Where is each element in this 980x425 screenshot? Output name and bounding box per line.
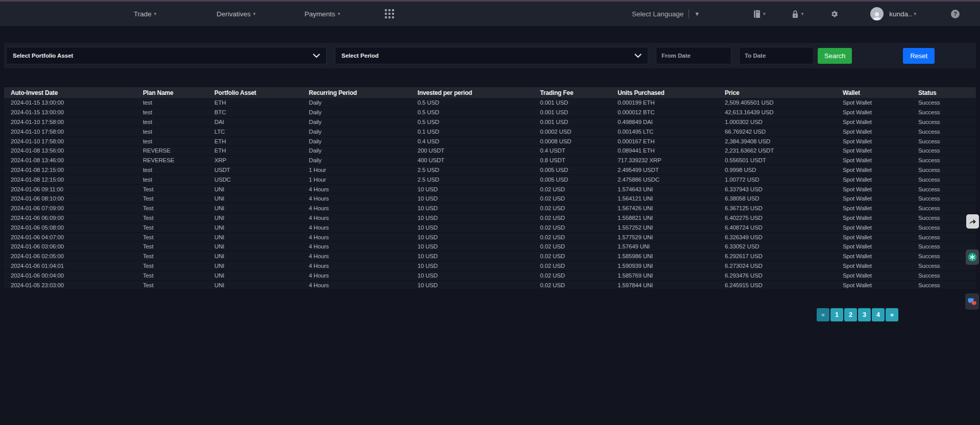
cell-period: 4 Hours xyxy=(302,213,411,223)
column-header-units: Units Purchased xyxy=(611,87,718,98)
cell-units: 1.564121 UNI xyxy=(611,194,718,204)
cell-price: 6.38058 USD xyxy=(718,194,836,204)
cell-plan: REVERSE xyxy=(136,146,208,156)
auto-invest-history-table: Auto-Invest Date Plan Name Portfolio Ass… xyxy=(4,87,976,290)
search-button[interactable]: Search xyxy=(818,48,852,64)
cell-plan: test xyxy=(136,108,208,117)
cell-asset: UNI xyxy=(208,280,302,290)
security-menu-button[interactable]: ▾ xyxy=(791,10,804,18)
period-select[interactable]: Select Period xyxy=(335,47,648,64)
cell-price: 2,384.39408 USD xyxy=(718,136,836,146)
cell-asset: LTC xyxy=(208,127,302,136)
cell-units: 1.557252 UNI xyxy=(611,222,718,232)
table-row: 2024-01-06 00:04:00TestUNI4 Hours10 USD0… xyxy=(4,270,976,280)
user-menu-button[interactable]: kunda.. ▾ xyxy=(870,7,916,20)
cell-date: 2024-01-06 07:09:00 xyxy=(4,204,136,213)
cell-asset: UNI xyxy=(208,252,302,261)
floating-share-button[interactable] xyxy=(966,214,979,229)
cell-units: 0.001495 LTC xyxy=(611,127,718,136)
cell-price: 6.337943 USD xyxy=(718,184,836,194)
nav-menu-payments-label: Payments xyxy=(305,10,335,18)
chat-bubbles-icon xyxy=(968,298,976,306)
table-row: 2024-01-06 03:06:00TestUNI4 Hours10 USD0… xyxy=(4,242,976,252)
cell-units: 1.585986 UNI xyxy=(611,252,718,261)
cell-date: 2024-01-06 04:07:00 xyxy=(4,232,136,242)
cell-asset: BTC xyxy=(208,108,302,117)
cell-status: Success xyxy=(912,156,976,165)
cell-period: 4 Hours xyxy=(302,222,411,232)
chevron-down-icon xyxy=(313,54,320,58)
cell-period: 1 Hour xyxy=(302,165,411,175)
table-row: 2024-01-06 06:09:00TestUNI4 Hours10 USD0… xyxy=(4,213,976,223)
cell-invested: 0.5 USD xyxy=(411,98,533,108)
cell-status: Success xyxy=(912,204,976,213)
to-date-input[interactable] xyxy=(739,47,814,64)
table-row: 2024-01-06 01:04:01TestUNI4 Hours10 USD0… xyxy=(4,261,976,271)
pagination-next-button[interactable]: » xyxy=(886,308,898,321)
cell-date: 2024-01-06 00:04:00 xyxy=(4,270,136,280)
cell-price: 1.00772 USD xyxy=(718,174,836,184)
orders-menu-button[interactable]: ▾ xyxy=(753,10,766,18)
cell-wallet: Spot Wallet xyxy=(836,127,912,136)
from-date-input[interactable] xyxy=(656,47,731,64)
chatgpt-icon xyxy=(968,253,977,262)
floating-chatgpt-button[interactable] xyxy=(966,249,979,265)
cell-units: 2.495499 USDT xyxy=(611,165,718,175)
cell-period: 4 Hours xyxy=(302,232,411,242)
pagination-page-button-2[interactable]: 2 xyxy=(844,308,857,321)
cell-period: Daily xyxy=(302,136,411,146)
nav-menu-trade[interactable]: Trade ▾ xyxy=(134,10,156,18)
column-header-period: Recurring Period xyxy=(302,87,411,98)
portfolio-asset-select[interactable]: Select Portfolio Asset xyxy=(6,47,327,64)
column-header-plan: Plan Name xyxy=(136,87,208,98)
floating-chat-button[interactable] xyxy=(965,293,979,310)
table-row: 2024-01-10 17:58:00testLTCDaily0.1 USD0.… xyxy=(4,127,976,136)
cell-asset: UNI xyxy=(208,213,302,223)
apps-grid-icon xyxy=(385,9,394,18)
cell-units: 0.089441 ETH xyxy=(611,146,718,156)
cell-price: 6.293476 USD xyxy=(718,270,836,280)
cell-plan: test xyxy=(136,117,208,127)
cell-wallet: Spot Wallet xyxy=(836,261,912,271)
cell-date: 2024-01-08 13:46:00 xyxy=(4,156,136,165)
cell-asset: UNI xyxy=(208,261,302,271)
cell-date: 2024-01-10 17:58:00 xyxy=(4,117,136,127)
pagination-page-button-1[interactable]: 1 xyxy=(830,308,843,321)
cell-invested: 0.5 USD xyxy=(411,117,533,127)
table-row: 2024-01-06 09:11:00TestUNI4 Hours10 USD0… xyxy=(4,184,976,194)
cell-asset: UNI xyxy=(208,222,302,232)
cell-invested: 10 USD xyxy=(411,242,533,252)
language-selector[interactable]: Select Language ▼ xyxy=(632,9,700,18)
cell-period: 4 Hours xyxy=(302,280,411,290)
chevron-down-icon: ▾ xyxy=(253,12,256,16)
cell-period: Daily xyxy=(302,117,411,127)
cell-plan: test xyxy=(136,127,208,136)
reset-button[interactable]: Reset xyxy=(903,48,935,64)
chevron-down-icon: ▾ xyxy=(801,12,804,16)
cell-fee: 0.4 USDT xyxy=(533,146,611,156)
cell-plan: Test xyxy=(136,222,208,232)
cell-asset: ETH xyxy=(208,98,302,108)
cell-fee: 0.02 USD xyxy=(533,242,611,252)
cell-price: 0.9998 USD xyxy=(718,165,836,175)
cell-asset: ETH xyxy=(208,136,302,146)
pagination-page-button-3[interactable]: 3 xyxy=(858,308,871,321)
column-header-fee: Trading Fee xyxy=(533,87,611,98)
cell-fee: 0.02 USD xyxy=(533,280,611,290)
nav-menu-derivatives[interactable]: Derivatives ▾ xyxy=(216,10,255,18)
cell-invested: 10 USD xyxy=(411,222,533,232)
settings-button[interactable] xyxy=(830,10,839,18)
cell-plan: Test xyxy=(136,261,208,271)
nav-menu-payments[interactable]: Payments ▾ xyxy=(305,10,340,18)
cell-fee: 0.02 USD xyxy=(533,194,611,204)
column-header-asset: Portfolio Asset xyxy=(208,87,302,98)
pagination-prev-button[interactable]: « xyxy=(817,308,829,321)
table-row: 2024-01-06 08:10:00TestUNI4 Hours10 USD0… xyxy=(4,194,976,204)
help-button[interactable]: ? xyxy=(951,10,960,18)
cell-status: Success xyxy=(912,108,976,117)
cell-units: 1.585769 UNI xyxy=(611,270,718,280)
pagination-page-button-4[interactable]: 4 xyxy=(872,308,885,321)
cell-plan: Test xyxy=(136,252,208,261)
apps-grid-button[interactable] xyxy=(385,9,394,18)
cell-date: 2024-01-06 09:11:00 xyxy=(4,184,136,194)
